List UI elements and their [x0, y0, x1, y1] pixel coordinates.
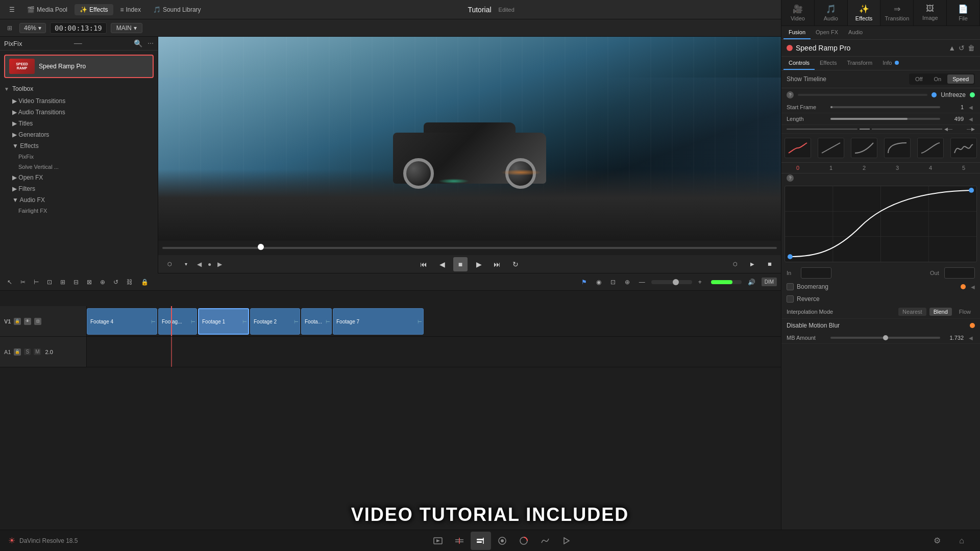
- loop-btn[interactable]: ↻: [508, 257, 523, 271]
- volume-icon[interactable]: 🔊: [745, 277, 758, 287]
- dynamic-trim-btn[interactable]: ⊡: [44, 277, 55, 287]
- clip-footage-2[interactable]: Footage 2 ⊢: [250, 308, 300, 335]
- curve-num-5[interactable]: 5: [950, 164, 977, 172]
- sidebar-item-effects[interactable]: ▼ Effects: [0, 140, 158, 152]
- curve-num-2[interactable]: 2: [851, 164, 877, 172]
- dim-btn[interactable]: DIM: [762, 278, 777, 286]
- bottom-tab-deliver[interactable]: [556, 532, 577, 550]
- snapping-btn[interactable]: ⊡: [607, 277, 619, 287]
- transform-tab[interactable]: Transform: [842, 57, 877, 70]
- sidebar-item-pixfix[interactable]: PixFix: [0, 152, 158, 162]
- toggle-on-btn[interactable]: On: [929, 74, 947, 84]
- sidebar-item-filters[interactable]: ▶ Filters: [0, 183, 158, 194]
- curve-num-3[interactable]: 3: [884, 164, 911, 172]
- zoom-in-btn[interactable]: +: [695, 277, 705, 287]
- clip-footage-7[interactable]: Footage 7 ⊢: [333, 308, 424, 335]
- sidebar-item-generators[interactable]: ▶ Generators: [0, 129, 158, 140]
- audio-solo-btn[interactable]: S: [24, 348, 31, 355]
- hand-tool-btn[interactable]: ↺: [110, 277, 121, 287]
- tab-file[interactable]: 📄 File: [947, 0, 980, 26]
- overwrite-btn[interactable]: ⊟: [70, 277, 82, 287]
- more-options-btn[interactable]: ⋯: [148, 40, 154, 47]
- bottom-tab-media[interactable]: [428, 532, 448, 550]
- trim-tool-btn[interactable]: ⊢: [31, 277, 42, 287]
- clip-drag-right3[interactable]: ⊢: [242, 319, 247, 324]
- clip-drag-right[interactable]: ⊢: [151, 319, 156, 324]
- open-fx-tab[interactable]: Open FX: [811, 26, 843, 39]
- curve-preset-1[interactable]: [818, 138, 844, 158]
- lock-btn[interactable]: 🔒: [138, 277, 152, 287]
- tab-effects[interactable]: ✨ Effects: [848, 0, 881, 26]
- nav-left-btn[interactable]: ◀: [195, 259, 204, 270]
- sidebar-item-solve-vertical[interactable]: Solve Vertical ...: [0, 162, 158, 172]
- zoom-display[interactable]: 46% ▾: [19, 23, 46, 33]
- start-frame-expand[interactable]: ◀: [967, 105, 975, 110]
- bottom-tab-edit[interactable]: [471, 532, 491, 550]
- bottom-tab-cut[interactable]: [449, 532, 470, 550]
- sidebar-item-open-fx[interactable]: ▶ Open FX: [0, 172, 158, 183]
- preview-toggle-btn[interactable]: ⬡: [162, 257, 177, 271]
- bottom-home-btn[interactable]: ⌂: [951, 532, 972, 550]
- razor-tool-btn[interactable]: ✂: [17, 277, 29, 287]
- in-value-box[interactable]: [801, 267, 831, 279]
- replace-btn[interactable]: ⊠: [84, 277, 95, 287]
- boomerang-expand[interactable]: ◀: [971, 284, 975, 290]
- toolbox-header[interactable]: ▼ Toolbox: [0, 82, 158, 95]
- main-curve-editor[interactable]: [785, 186, 977, 262]
- menu-icon-btn[interactable]: ☰: [4, 4, 20, 15]
- curve-preset-5[interactable]: [950, 138, 977, 158]
- step-back-btn[interactable]: ◀: [435, 257, 449, 271]
- audio-lock-icon[interactable]: 🔒: [14, 348, 21, 356]
- info-tab[interactable]: Info: [877, 57, 903, 70]
- link-btn[interactable]: ⛓: [124, 277, 136, 287]
- sidebar-item-audio-fx[interactable]: ▼ Audio FX: [0, 194, 158, 206]
- flag-btn[interactable]: ⚑: [578, 277, 590, 287]
- clip-footage-unnum1[interactable]: Footag... ⊢: [158, 308, 197, 335]
- stop-btn[interactable]: ■: [453, 257, 468, 271]
- curve-num-0[interactable]: 0: [785, 164, 811, 172]
- speed-ramp-card[interactable]: SPEEDRAMP Speed Ramp Pro: [4, 55, 154, 78]
- effects-btn[interactable]: ✨ Effects: [75, 4, 113, 15]
- mb-expand[interactable]: ◀: [967, 335, 975, 341]
- mb-slider-thumb[interactable]: [883, 335, 888, 340]
- flow-btn[interactable]: Flow: [955, 308, 975, 316]
- nearest-btn[interactable]: Nearest: [898, 308, 926, 316]
- bottom-tab-color[interactable]: [513, 532, 534, 550]
- fusion-tab[interactable]: Fusion: [783, 26, 811, 39]
- start-frame-slider[interactable]: [830, 106, 940, 108]
- bottom-tab-fairlight[interactable]: [535, 532, 555, 550]
- bottom-settings-btn[interactable]: ⚙: [927, 532, 947, 550]
- controls-tab[interactable]: Controls: [783, 57, 815, 70]
- insert-btn[interactable]: ⊞: [57, 277, 68, 287]
- track-vis-icon[interactable]: 👁: [24, 318, 31, 325]
- playback-scrubber[interactable]: [158, 241, 781, 255]
- sidebar-item-fairlight-fx[interactable]: Fairlight FX: [0, 206, 158, 216]
- track-fx-icon[interactable]: ⊡: [34, 318, 41, 325]
- search-icon[interactable]: 🔍: [134, 39, 142, 47]
- curve-preset-4[interactable]: [917, 138, 944, 158]
- curve-preset-3[interactable]: [884, 138, 911, 158]
- nav-right-btn[interactable]: ▶: [215, 259, 224, 270]
- sound-library-btn[interactable]: 🎵 Sound Library: [148, 4, 206, 15]
- tab-audio[interactable]: 🎵 Audio: [815, 0, 848, 26]
- frame-forward-btn[interactable]: ▶: [745, 257, 760, 271]
- volume-slider[interactable]: [711, 280, 742, 284]
- main-dropdown[interactable]: MAIN ▾: [111, 23, 142, 33]
- audio-sub-tab[interactable]: Audio: [843, 26, 868, 39]
- scrubber-thumb[interactable]: [258, 244, 264, 250]
- go-start-btn[interactable]: ⏮: [416, 257, 431, 271]
- curve-preset-2[interactable]: [851, 138, 877, 158]
- nav-dot-btn[interactable]: ●: [206, 259, 213, 270]
- toggle-speed-btn[interactable]: Speed: [947, 74, 974, 84]
- zoom-slider-thumb[interactable]: [673, 279, 679, 285]
- play-btn[interactable]: ▶: [472, 257, 486, 271]
- tab-transition[interactable]: ⇒ Transition: [880, 0, 914, 26]
- srp-up-btn[interactable]: ▲: [948, 44, 955, 52]
- sidebar-item-audio-transitions[interactable]: ▶ Audio Transitions: [0, 107, 158, 118]
- select-tool-btn[interactable]: ↖: [4, 277, 15, 287]
- boomerang-checkbox[interactable]: [787, 283, 794, 290]
- length-expand[interactable]: ◀: [967, 116, 975, 122]
- clip-drag-right6[interactable]: ⊢: [418, 319, 422, 324]
- scrubber-track[interactable]: [162, 247, 777, 249]
- sidebar-toggle-btn[interactable]: ⊞: [4, 23, 15, 33]
